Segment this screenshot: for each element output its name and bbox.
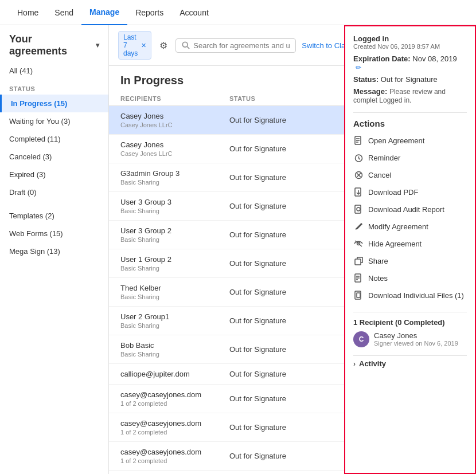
panel-expiration: Expiration Date: Nov 08, 2019 ✏ [353,54,467,72]
sidebar-item-expired[interactable]: Expired (3) [0,166,108,183]
cancel-icon [353,170,364,180]
table-area: In Progress RECIPIENTS STATUS Casey Jone… [109,66,344,474]
sidebar-item-completed[interactable]: Completed (11) [0,130,108,148]
svg-rect-12 [355,188,361,196]
activity-row[interactable]: › Activity [353,355,467,371]
table-row[interactable]: Casey Jones Casey Jones LLrC Out for Sig… [109,135,344,163]
table-row[interactable]: casey@caseyjones.dom 1 of 2 completed Ou… [109,413,344,442]
action-open-agreement[interactable]: Open Agreement [353,132,467,149]
recipient-sub: Basic Sharing [120,207,229,214]
activity-label: Activity [359,359,386,368]
sidebar-item-megasign[interactable]: Mega Sign (13) [0,242,108,260]
toolbar: Last 7 days ✕ ⚙ Switch to Classic Experi… [109,25,344,66]
recipient-name: User 3 Group 2 [120,226,229,235]
sidebar-item-templates[interactable]: Templates (2) [0,207,108,225]
table-row[interactable]: G3admin Group 3 Basic Sharing Out for Si… [109,163,344,192]
nav-send[interactable]: Send [46,0,81,25]
action-download-pdf[interactable]: Download PDF [353,183,467,201]
action-cancel[interactable]: Cancel [353,166,467,183]
table-row[interactable]: Bob Basic Basic Sharing Out for Signatur… [109,335,344,364]
recipient-name: calliope@jupiter.dom [120,370,229,378]
panel-status-field: Status: Out for Signature [353,75,467,84]
recipient-sub: 1 of 2 completed [120,457,229,464]
search-input[interactable] [193,41,290,50]
recipient-cell: User 1 Group 2 Basic Sharing [120,255,229,272]
sidebar-item-webforms[interactable]: Web Forms (15) [0,225,108,242]
recipient-cell: Thed Kelber Basic Sharing [120,284,229,300]
recipient-info: Casey Jones Signer viewed on Nov 6, 2019 [374,331,458,347]
filter-tag[interactable]: Last 7 days ✕ [118,31,151,60]
panel-message-label: Message: [353,87,387,96]
download-pdf-icon [353,187,364,197]
recipient-name: Bob Basic [120,341,229,350]
status-cell: Out for Signature [229,259,333,268]
recipients-header: 1 Recipient (0 Completed) [353,318,467,327]
table-row[interactable]: User 2 Group1 Basic Sharing Out for Sign… [109,307,344,335]
sidebar-item-draft[interactable]: Draft (0) [0,183,108,201]
audit-icon [353,204,364,214]
sidebar-item-waitingforyou[interactable]: Waiting for You (3) [0,112,108,130]
recipient-sub: Casey Jones LLrC [120,150,229,157]
recipient-cell: Casey Jones Casey Jones LLrC [120,112,229,128]
table-row[interactable]: User 3 Group 3 Basic Sharing Out for Sig… [109,192,344,221]
action-download-audit[interactable]: Download Audit Report [353,201,467,218]
table-row[interactable]: Casey Jones Casey Jones LLrC Out for Sig… [109,106,344,135]
main-wrapper: Your agreements ▾ All (41) STATUS In Pro… [0,25,476,474]
table-title: In Progress [109,66,344,92]
sidebar-item-canceled[interactable]: Canceled (3) [0,148,108,166]
recipient-cell: Casey Jones Casey Jones LLrC [120,140,229,157]
recipient-cell: User 3 Group 3 Basic Sharing [120,198,229,214]
table-row[interactable]: Thed Kelber Basic Sharing Out for Signat… [109,278,344,307]
avatar: C [353,331,369,347]
switch-classic-link[interactable]: Switch to Classic Experience [302,41,344,50]
col-status: STATUS [229,95,333,102]
search-box[interactable] [175,38,296,53]
nav-reports[interactable]: Reports [127,0,171,25]
filter-tag-close-icon[interactable]: ✕ [141,42,146,49]
svg-point-0 [183,42,188,47]
table-row[interactable]: casey@caseyjones.dom 1 of 2 completed Ou… [109,442,344,471]
recipient-cell: casey@caseyjones.dom 1 of 2 completed [120,419,229,436]
sidebar-item-all[interactable]: All (41) [0,62,108,80]
nav-manage[interactable]: Manage [81,0,127,25]
recipient-viewed: Signer viewed on Nov 6, 2019 [374,340,458,347]
status-cell: Out for Signature [229,144,333,153]
recipient-name: casey@caseyjones.dom [120,419,229,428]
recipient-sub: Basic Sharing [120,293,229,300]
edit-icon[interactable]: ✏ [356,64,361,72]
col-recipients: RECIPIENTS [120,95,229,102]
recipient-cell: User 3 Group 2 Basic Sharing [120,226,229,243]
action-download-files[interactable]: Download Individual Files (1) [353,287,467,304]
recipient-cell: Bob Basic Basic Sharing [120,341,229,358]
action-notes[interactable]: Notes [353,269,467,287]
recipient-sub: Basic Sharing [120,351,229,358]
table-row[interactable]: User 1 Group 2 Basic Sharing Out for Sig… [109,249,344,278]
right-panel: Logged in Created Nov 06, 2019 8:57 AM E… [344,25,476,474]
recipient-cell: casey@caseyjones.dom 1 of 2 completed [120,390,229,407]
table-row[interactable]: User 3 Group 2 Basic Sharing Out for Sig… [109,221,344,249]
table-row[interactable]: calliope@jupiter.dom Out for Signature [109,364,344,385]
status-cell: Out for Signature [229,202,333,210]
action-modify[interactable]: Modify Agreement [353,218,467,235]
modify-icon [353,221,364,232]
sidebar-item-inprogress[interactable]: In Progress (15) [0,95,108,112]
recipient-cell: User 2 Group1 Basic Sharing [120,312,229,329]
sidebar-title[interactable]: Your agreements ▾ [0,25,108,62]
nav-account[interactable]: Account [171,0,217,25]
recipient-sub: 1 of 2 completed [120,400,229,407]
recipient-sub: Basic Sharing [120,179,229,186]
filter-button[interactable]: ⚙ [157,40,170,51]
document-icon [353,135,364,146]
action-reminder[interactable]: Reminder [353,149,467,166]
recipient-name: Casey Jones [120,112,229,120]
panel-expiration-value: Nov 08, 2019 [412,54,457,63]
table-row[interactable]: casey@caseyjones.dom 1 of 2 completed Ou… [109,385,344,413]
action-share[interactable]: Share [353,252,467,269]
status-cell: Out for Signature [229,173,333,182]
nav-home[interactable]: Home [9,0,46,25]
svg-point-15 [357,207,360,211]
recipient-card: C Casey Jones Signer viewed on Nov 6, 20… [353,331,467,347]
panel-message-field: Message: Please review and complet Logge… [353,87,467,104]
clock-icon [353,152,364,163]
action-hide[interactable]: Hide Agreement [353,235,467,252]
